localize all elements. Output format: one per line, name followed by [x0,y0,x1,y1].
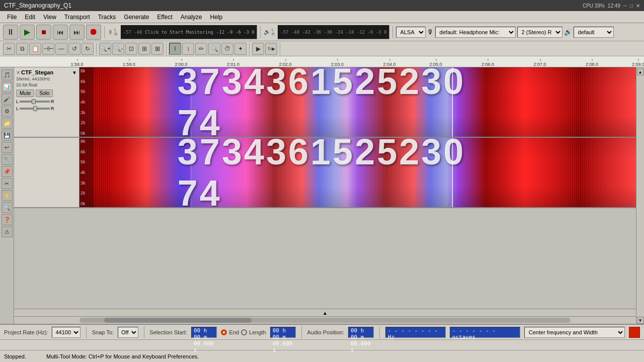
selection-start-input[interactable]: 00 h 00 m 00.000 s [191,327,217,338]
freq-6k-2: 6k [80,149,93,154]
play-at-speed-button[interactable]: ▶ [252,43,264,55]
pause-button[interactable]: ⏸ [3,25,18,40]
stop-button[interactable]: ■ [36,25,51,40]
freq-input[interactable]: - - - - - - - - Hz [385,327,446,338]
sidebar-icon-10[interactable]: ✂ [2,178,13,189]
scroll-up-btn[interactable]: ▲ [637,68,644,75]
menu-help[interactable]: Help [206,13,227,22]
end-radio[interactable] [221,329,227,335]
left-toolbar: 🎵 📊 🎤 ⚙ 📁 💾 ↩ 🔧 📌 ✂ ⚡ 🔍 ❓ ⚠ [0,67,14,324]
vu-scale-right: -12 -9 -6 -3 0 [216,30,255,35]
output-device-select[interactable]: default [574,27,614,38]
window-title: CTF_Steganography_Q1 [4,2,583,9]
multi-tool-button[interactable]: ✦ [234,43,247,55]
audio-position-input[interactable]: 00 h 00 m 00.000 s [348,327,374,338]
paste-button[interactable]: 📋 [29,43,41,55]
hscroll-thumb[interactable] [104,318,252,323]
octaves-input[interactable]: - - - - - - - octaves [450,327,520,338]
sidebar-icon-7[interactable]: ↩ [2,142,13,153]
scroll-up-button[interactable]: ▲ [14,309,636,316]
sidebar-icon-1[interactable]: 🎵 [2,69,13,80]
menubar: File Edit View Transport Tracks Generate… [0,11,644,23]
menu-transport[interactable]: Transport [60,13,94,22]
undo-button[interactable]: ↺ [68,43,80,55]
minimize-icon[interactable]: ─ [623,3,627,9]
sidebar-icon-11[interactable]: ⚡ [2,190,13,201]
sidebar-icon-3[interactable]: 🎤 [2,94,13,105]
select-tool-button[interactable]: I [169,43,181,55]
length-radio[interactable] [241,329,247,335]
playback-cursor-1 [452,67,453,137]
loop-button[interactable]: ↻▶ [265,43,277,55]
track-waveform-2[interactable]: 3734361525230 74 8k 6k 5k 4k 3k 2k 0k [79,138,636,207]
monitoring-button[interactable]: Click to Start Monitoring [145,30,213,35]
menu-effect[interactable]: Effect [153,13,176,22]
sidebar-icon-4[interactable]: ⚙ [2,106,13,117]
time-tool-button[interactable]: ⏱ [221,43,233,55]
zoom-in-button[interactable]: 🔍+ [99,43,111,55]
input-vu-meter[interactable]: -57 -48 Click to Start Monitoring -12 -9… [121,25,257,39]
input-vu-area: 🎙 LR -57 -48 Click to Start Monitoring -… [108,25,257,39]
menu-analyze[interactable]: Analyze [177,13,206,22]
close-icon[interactable]: ✕ [636,3,640,9]
envelope-tool-button[interactable]: ↕ [182,43,194,55]
freq-6k: 6k [80,79,93,84]
ruler-tick-7: 2:05.0 [429,62,442,67]
sidebar-icon-13[interactable]: ❓ [2,214,13,225]
solo-button-1[interactable]: Solo [36,89,53,97]
gain-label: L [16,99,19,104]
hscroll-track[interactable] [79,318,571,323]
channels-select[interactable]: 2 (Stereo) R [517,27,562,38]
skip-start-button[interactable]: ⏮ [53,25,68,40]
horizontal-scrollbar [14,316,636,324]
selection-end-input[interactable]: 00 h 00 m 00.000 s [270,327,296,338]
trim-button[interactable]: ⊣⊢ [42,43,54,55]
menu-view[interactable]: View [39,13,60,22]
track-controls-1: Mute Solo [16,89,77,97]
menu-tracks[interactable]: Tracks [94,13,120,22]
zoom-tool-button[interactable]: 🔍 [208,43,220,55]
pan-slider[interactable] [20,108,50,110]
sidebar-icon-12[interactable]: 🔍 [2,202,13,213]
maximize-icon[interactable]: □ [630,3,633,9]
project-rate-select[interactable]: 44100 [52,327,80,338]
sidebar-icon-14[interactable]: ⚠ [2,226,13,237]
speaker-icon2: 🔊 [564,28,572,36]
cut-button[interactable]: ✂ [3,43,15,55]
silence-button[interactable]: — [55,43,67,55]
system-icons: CPU 39% 12:49 ─ □ ✕ [583,3,640,9]
track-menu-1[interactable]: ▼ [72,70,77,75]
sidebar-icon-2[interactable]: 📊 [2,81,13,93]
output-vu-meter: -57 -48 -42 -36 -30 -24 -18 -12 -6 -3 0 [278,25,389,39]
record-button[interactable]: ⏺ [86,25,101,40]
zoom-out-button[interactable]: 🔍- [112,43,124,55]
gain-slider[interactable] [20,101,50,103]
draw-tool-button[interactable]: ✏ [195,43,207,55]
sidebar-icon-8[interactable]: 🔧 [2,154,13,165]
zoom-sel-button[interactable]: ⊡ [125,43,137,55]
zoom-fit-button[interactable]: ⊞ [138,43,150,55]
center-freq-dropdown[interactable]: Center frequency and Width [524,327,625,338]
cpu-label: CPU 39% [583,3,605,9]
snap-to-select[interactable]: Off [118,327,138,338]
play-button[interactable]: ▶ [20,25,35,40]
sidebar-icon-9[interactable]: 📌 [2,166,13,177]
ruler-tick-1: 1:59.0 [123,62,135,67]
sidebar-icon-6[interactable]: 💾 [2,130,13,141]
zoom-reset-button[interactable]: ⊠ [151,43,164,55]
skip-end-button[interactable]: ⏭ [69,25,85,40]
freq-indicator [629,327,640,338]
redo-button[interactable]: ↻ [82,43,94,55]
track-waveform-1[interactable]: 3734361525230 74 8k 6k 5k 4k 3k 2k 0k [79,67,636,137]
menu-edit[interactable]: Edit [21,13,39,22]
track-close-1[interactable]: ✕ [16,70,20,75]
sidebar-icon-5[interactable]: 📁 [2,118,13,129]
copy-button[interactable]: ⧉ [16,43,28,55]
mute-button-1[interactable]: Mute [16,89,34,97]
input-device-select[interactable]: default: Headphone Mic: [435,27,516,38]
menu-file[interactable]: File [3,13,21,22]
driver-select[interactable]: ALSA [396,27,426,38]
titlebar: CTF_Steganography_Q1 CPU 39% 12:49 ─ □ ✕ [0,0,644,11]
menu-generate[interactable]: Generate [120,13,153,22]
scroll-down-btn[interactable]: ▼ [637,317,644,324]
